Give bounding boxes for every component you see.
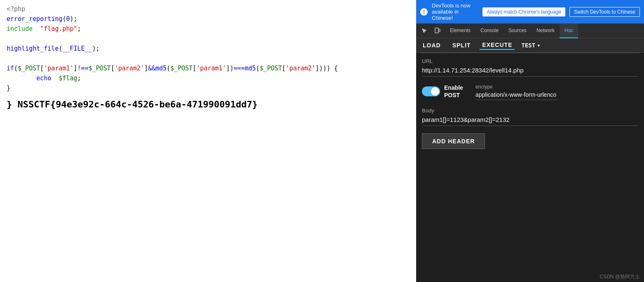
split-button[interactable]: SPLIT — [450, 41, 473, 49]
enctype-value[interactable]: application/x-www-form-urlenco — [475, 91, 558, 100]
enable-post-label: Enable POST — [444, 84, 463, 99]
enctype-area: enctype application/x-www-form-urlenco — [475, 84, 558, 100]
url-field-row: URL http://1.14.71.254:28342/levell14.ph… — [422, 58, 638, 77]
svg-rect-0 — [435, 28, 438, 33]
execute-button[interactable]: EXECUTE — [480, 41, 515, 50]
enable-post-enctype-row: Enable POST enctype application/x-www-fo… — [422, 84, 638, 100]
test-dropdown-arrow: ▾ — [537, 42, 540, 49]
load-button[interactable]: LOAD — [420, 41, 443, 49]
url-value[interactable]: http://1.14.71.254:28342/levell14.php — [422, 67, 638, 77]
enable-post-area: Enable POST — [422, 84, 463, 99]
inspect-element-icon[interactable] — [419, 25, 430, 37]
code-line: error_reporting(0); — [7, 14, 410, 24]
code-panel: <?phperror_reporting(0);include "flag.ph… — [0, 0, 416, 282]
body-value[interactable]: param1[]=1123&param2[]=2132 — [422, 116, 638, 126]
csdn-watermark: CSDN @垫阿方土 — [416, 272, 644, 282]
code-line: include "flag.php"; — [7, 24, 410, 34]
lang-notification-bar: i DevTools is now available in Chinese! … — [416, 0, 644, 23]
add-header-button[interactable]: ADD HEADER — [422, 133, 485, 149]
flag-output: } NSSCTF{94e3e92c-664c-4526-be6a-4719900… — [7, 97, 410, 112]
test-dropdown[interactable]: TEST ▾ — [521, 42, 540, 49]
enctype-label: enctype — [475, 84, 558, 90]
url-label: URL — [422, 58, 638, 64]
hackbar-content: URL http://1.14.71.254:28342/levell14.ph… — [416, 53, 644, 272]
code-line: echo $flag; — [7, 73, 410, 83]
body-label: Body — [422, 107, 638, 114]
code-line: if($_POST['param1']!==$_POST['param2']&&… — [7, 63, 410, 73]
tab-sources[interactable]: Sources — [503, 23, 532, 38]
device-toolbar-icon[interactable] — [432, 25, 443, 37]
enable-post-toggle[interactable] — [422, 86, 440, 96]
info-icon: i — [420, 8, 428, 16]
devtools-tab-bar: Elements Console Sources Network Hac — [416, 23, 644, 38]
tab-elements[interactable]: Elements — [445, 23, 475, 38]
tab-hackbar[interactable]: Hac — [560, 23, 578, 38]
body-field-row: Body param1[]=1123&param2[]=2132 — [422, 107, 638, 126]
code-line: <?php — [7, 4, 410, 14]
code-line — [7, 54, 410, 63]
tab-network[interactable]: Network — [532, 23, 560, 38]
hackbar-toolbar: LOAD SPLIT EXECUTE TEST ▾ — [416, 38, 644, 53]
devtools-panel: i DevTools is now available in Chinese! … — [416, 0, 644, 282]
tab-console[interactable]: Console — [475, 23, 503, 38]
code-line: } — [7, 83, 410, 93]
lang-bar-message: DevTools is now available in Chinese! — [432, 2, 478, 21]
switch-to-chinese-button[interactable]: Switch DevTools to Chinese — [569, 7, 640, 17]
code-line — [7, 34, 410, 44]
code-line: highlight_file(__FILE__); — [7, 44, 410, 54]
svg-rect-1 — [439, 29, 440, 32]
test-label: TEST — [521, 42, 535, 49]
always-match-language-button[interactable]: Always match Chrome's language — [482, 7, 565, 16]
